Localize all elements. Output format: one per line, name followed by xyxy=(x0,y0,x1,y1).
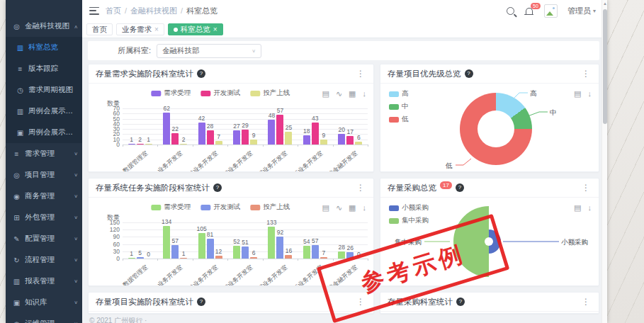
bar-value-label: 28 xyxy=(201,123,220,130)
legend-swatch xyxy=(151,205,161,210)
sidebar-item[interactable]: ◎项目管理∨ xyxy=(6,164,82,186)
sidebar-item[interactable]: ▥周例会展示报表-项目 xyxy=(6,101,82,122)
chart-toolbox: ▤↓ xyxy=(574,90,592,98)
sidebar-item[interactable]: ≡需求管理∨ xyxy=(6,143,82,164)
help-icon[interactable]: ? xyxy=(197,69,205,78)
chevron-down-icon: ∨ xyxy=(74,172,78,177)
legend-item[interactable]: 需求受理 xyxy=(151,203,191,212)
more-options-icon[interactable]: ⋮ xyxy=(355,183,366,193)
help-icon[interactable]: ? xyxy=(456,183,464,192)
download-icon[interactable]: ↓ xyxy=(588,90,592,98)
bar-value-label: 81 xyxy=(201,231,220,238)
bar-value-label: 2 xyxy=(174,136,193,143)
avatar[interactable] xyxy=(544,4,558,18)
process-mgmt-icon: ↻ xyxy=(12,256,21,264)
bar-type-icon[interactable]: ▦ xyxy=(349,204,356,212)
more-options-icon[interactable]: ⋮ xyxy=(580,297,592,307)
notification-bell-icon[interactable]: 50 xyxy=(524,6,534,16)
dept-overview-icon: ▥ xyxy=(16,44,25,52)
card-title: 存量系统任务实施阶段科室统计 xyxy=(96,183,210,193)
tab-item[interactable]: 业务需求× xyxy=(116,23,164,35)
sidebar-item-label: 配置管理 xyxy=(25,234,72,244)
x-axis-line xyxy=(123,144,368,145)
bar-value-label: 57 xyxy=(271,107,289,114)
bar-value-label: 22 xyxy=(166,125,184,132)
tab-item[interactable]: 首页 xyxy=(86,23,113,35)
search-icon[interactable] xyxy=(507,7,514,15)
bar-value-label: 51 xyxy=(236,239,254,246)
legend-item[interactable]: 投产上线 xyxy=(250,89,290,98)
x-tick-mark xyxy=(193,144,193,147)
config-mgmt-icon: ✎ xyxy=(12,235,21,243)
legend-item[interactable]: 开发测试 xyxy=(200,89,240,98)
x-tick-mark xyxy=(333,144,334,147)
help-icon[interactable]: ? xyxy=(197,298,205,306)
scroll-up-icon[interactable]: ▲ xyxy=(602,1,607,6)
bar-value-label: 0 xyxy=(140,251,158,258)
sidebar-item[interactable]: ⊞外包管理∨ xyxy=(6,207,82,228)
sidebar-item[interactable]: ▣周例会展示报表-采购 xyxy=(6,122,82,143)
legend-swatch xyxy=(389,104,399,110)
data-view-icon[interactable]: ▤ xyxy=(322,90,329,98)
legend-item[interactable]: 高 xyxy=(389,89,409,98)
chevron-down-icon: ∨ xyxy=(252,48,256,53)
breadcrumb-separator: / xyxy=(125,6,127,15)
user-menu[interactable]: 管理员 ▾ xyxy=(567,6,596,16)
legend-item[interactable]: 开发测试 xyxy=(200,203,240,212)
download-icon[interactable]: ↓ xyxy=(363,90,367,98)
bar-type-icon[interactable]: ▦ xyxy=(349,90,356,98)
help-icon[interactable]: ? xyxy=(465,69,473,78)
x-tick-mark xyxy=(368,144,368,147)
breadcrumb-item[interactable]: 金融科技视图 xyxy=(130,6,177,16)
sidebar-item-label: 需求管理 xyxy=(25,149,72,159)
scrollbar: ▲ xyxy=(601,0,607,323)
data-view-icon[interactable]: ▤ xyxy=(322,204,329,212)
sidebar-item[interactable]: ▥报表管理∨ xyxy=(6,271,82,292)
sidebar-item[interactable]: ◴运维管理∨ xyxy=(6,313,82,323)
more-options-icon[interactable]: ⋮ xyxy=(355,69,366,79)
data-view-icon[interactable]: ▤ xyxy=(574,90,581,98)
breadcrumb-item[interactable]: 首页 xyxy=(106,6,121,16)
bar xyxy=(215,256,222,259)
more-options-icon[interactable]: ⋮ xyxy=(580,183,592,193)
help-icon[interactable]: ? xyxy=(456,298,465,306)
department-select[interactable]: 金融科技部 ∨ xyxy=(157,44,261,58)
scrollbar-thumb[interactable] xyxy=(603,9,607,124)
sidebar-item[interactable]: ≡版本跟踪 xyxy=(6,58,82,79)
line-type-icon[interactable]: ∿ xyxy=(336,90,342,98)
sidebar-item-label: 外包管理 xyxy=(25,212,72,222)
card-header: 存量需求实施阶段科室统计?⋮ xyxy=(89,64,373,84)
download-icon[interactable]: ↓ xyxy=(363,204,367,212)
sidebar-item-label: 周例会展示报表-采购 xyxy=(28,128,78,137)
bar-value-label: 42 xyxy=(193,115,211,122)
bar-value-label: 133 xyxy=(262,219,281,226)
sidebar-item[interactable]: ◎金融科技视图∧ xyxy=(6,16,82,37)
legend-item[interactable]: 投产上线 xyxy=(250,203,290,212)
y-tick-label: 150 xyxy=(101,219,120,226)
bar-value-label: 16 xyxy=(279,247,298,254)
sidebar-item[interactable]: ✎配置管理∨ xyxy=(6,228,82,249)
demand-mgmt-icon: ≡ xyxy=(12,150,21,158)
top-header: 首页/金融科技视图/科室总览 50 管理员 ▾ xyxy=(82,0,601,21)
close-icon[interactable]: × xyxy=(213,26,218,33)
help-icon[interactable]: ? xyxy=(213,183,222,192)
legend-item[interactable]: 需求受理 xyxy=(151,89,191,98)
legend-item[interactable]: 低 xyxy=(389,115,409,124)
line-type-icon[interactable]: ∿ xyxy=(336,204,342,212)
bar-value-label: 9 xyxy=(244,132,263,139)
sidebar-item[interactable]: ◉商务管理∨ xyxy=(6,186,82,207)
sidebar-item[interactable]: ↻流程管理∨ xyxy=(6,249,82,271)
more-options-icon[interactable]: ⋮ xyxy=(580,69,592,79)
sidebar-item[interactable]: ▣知识库∨ xyxy=(6,292,82,313)
tab-active[interactable]: 科室总览× xyxy=(168,23,223,35)
close-icon[interactable]: × xyxy=(154,26,159,33)
menu-fold-icon[interactable] xyxy=(89,7,99,15)
legend-label: 中 xyxy=(402,102,409,111)
notification-badge: 50 xyxy=(531,3,541,9)
report-mgmt-icon: ▥ xyxy=(12,278,21,285)
sidebar-item[interactable]: ▥科室总览 xyxy=(6,37,82,58)
slice-label: 中 xyxy=(550,108,557,118)
sidebar-item[interactable]: ◷需求周期视图 xyxy=(6,79,82,101)
legend-swatch xyxy=(200,91,210,96)
legend-item[interactable]: 中 xyxy=(389,102,409,111)
